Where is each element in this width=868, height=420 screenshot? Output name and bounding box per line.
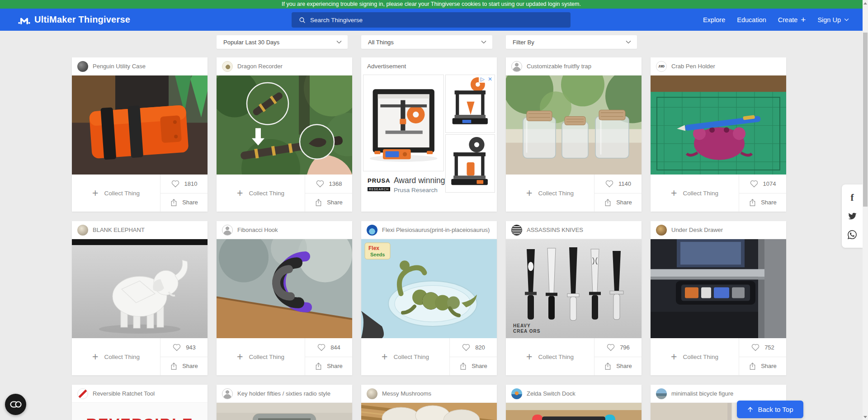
like-button[interactable]: 1074 [739,175,786,193]
category-dropdown[interactable]: All Things [361,35,492,49]
chevron-down-icon [626,40,631,44]
ad-printer-image-large[interactable] [363,75,444,171]
scroll-down-arrow[interactable] [863,414,868,420]
nav-create[interactable]: Create+ [778,15,806,24]
nav-explore[interactable]: Explore [703,16,725,24]
search-box[interactable] [292,12,571,28]
collect-label: Collect Thing [538,190,574,197]
creator-avatar[interactable] [77,388,88,399]
thing-image[interactable] [506,76,642,175]
scrollbar-thumb[interactable] [863,33,868,207]
like-button[interactable]: 1368 [305,175,352,193]
thing-title[interactable]: Reversible Ratchet Tool [93,390,155,397]
share-button[interactable]: Share [450,357,497,376]
thing-title[interactable]: Customizable fruitfly trap [527,63,591,70]
thing-title[interactable]: Dragon Recorder [237,63,283,70]
creator-avatar[interactable] [511,225,522,236]
prusa-research-logo[interactable]: PRUSA RESEARCH [368,177,388,192]
thing-title[interactable]: Flexi Plesiosaurus(print-in-placeiosauru… [382,227,490,233]
creator-avatar[interactable] [367,225,377,236]
whatsapp-icon[interactable] [848,230,857,239]
plus-icon: + [801,15,806,24]
thing-title[interactable]: Messy Mushrooms [382,390,431,397]
thing-image[interactable] [651,239,786,338]
thing-title[interactable]: Fibonacci Hook [237,227,278,233]
creator-avatar[interactable] [367,388,377,399]
facebook-icon[interactable]: f [851,193,854,203]
collect-thing-button[interactable]: + Collect Thing [72,175,160,212]
filter-dropdown[interactable]: Filter By [506,35,637,49]
like-button[interactable]: 820 [450,338,497,357]
cookie-settings-button[interactable] [5,394,26,415]
nav-education[interactable]: Education [737,16,766,24]
collect-thing-button[interactable]: + Collect Thing [72,338,160,375]
thing-title[interactable]: Crab Pen Holder [671,63,715,70]
thing-title[interactable]: Under Desk Drawer [671,227,723,233]
creator-avatar[interactable] [511,61,522,72]
scrollbar[interactable] [863,0,868,420]
thing-title[interactable]: Zelda Switch Dock [527,390,576,397]
thing-image[interactable] [217,403,352,420]
like-button[interactable]: 752 [739,338,786,357]
share-button[interactable]: Share [594,193,642,212]
advertisement-creative[interactable]: ▷ ✕ [363,75,495,171]
thing-image[interactable] [217,239,352,338]
share-button[interactable]: Share [160,193,208,212]
like-button[interactable]: 1140 [594,175,642,193]
thing-title[interactable]: BLANK ELEPHANT [93,227,145,233]
thing-card: Reversible Ratchet Tool REVERSIBLE + Col… [72,385,208,420]
thing-image[interactable] [217,76,352,175]
thing-title[interactable]: minimalist bicycle figure [671,390,733,397]
thing-title[interactable]: Penguin Utility Case [93,63,146,70]
share-button[interactable]: Share [739,357,786,376]
brand-logo[interactable]: UltiMaker Thingiverse [18,9,130,31]
thing-image[interactable] [506,403,642,420]
creator-avatar[interactable] [222,388,233,399]
search-input[interactable] [310,17,564,24]
thing-image[interactable] [651,76,786,175]
thing-title[interactable]: Key holder fifties / sixties radio style [237,390,330,397]
adchoices-icon[interactable]: ▷ [481,76,485,82]
collect-thing-button[interactable]: + Collect Thing [651,338,739,375]
share-button[interactable]: Share [305,357,352,376]
creator-avatar[interactable] [77,61,88,72]
collect-thing-button[interactable]: + Collect Thing [651,175,739,212]
thing-image[interactable] [72,76,208,175]
creator-avatar[interactable] [222,61,233,72]
nav-signup[interactable]: Sign Up [817,16,849,24]
thing-image[interactable]: FlexSeeds [361,239,497,338]
ad-printer-image-top[interactable] [445,75,495,133]
back-to-top-button[interactable]: Back to Top [737,401,803,418]
like-button[interactable]: 943 [160,338,208,357]
creator-avatar[interactable] [222,225,233,236]
thing-image[interactable] [361,403,497,420]
creator-avatar[interactable]: J3D [656,61,667,72]
creator-avatar[interactable] [656,225,667,236]
collect-thing-button[interactable]: + Collect Thing [217,175,305,212]
collect-thing-button[interactable]: + Collect Thing [361,338,450,375]
ad-printer-image-bottom[interactable] [445,134,495,193]
sort-dropdown[interactable]: Popular Last 30 Days [217,35,348,49]
thing-image[interactable]: REVERSIBLE [72,403,208,420]
creator-avatar[interactable] [77,225,88,236]
ad-close-icon[interactable]: ✕ [488,76,492,82]
collect-thing-button[interactable]: + Collect Thing [217,338,305,375]
collect-thing-button[interactable]: + Collect Thing [506,338,594,375]
share-button[interactable]: Share [160,357,208,376]
search-icon [299,17,306,24]
like-button[interactable]: 796 [594,338,642,357]
thing-image[interactable] [72,239,208,338]
thing-title[interactable]: ASSASSINS KNIVES [527,227,583,233]
share-button[interactable]: Share [594,357,642,376]
collect-thing-button[interactable]: + Collect Thing [506,175,594,212]
like-count: 844 [330,344,340,351]
thing-image[interactable]: HEAVYCREA ORS [506,239,642,338]
like-button[interactable]: 844 [305,338,352,357]
share-button[interactable]: Share [739,193,786,212]
like-button[interactable]: 1810 [160,175,208,193]
twitter-icon[interactable] [848,212,857,220]
share-button[interactable]: Share [305,193,352,212]
creator-avatar[interactable] [656,388,667,399]
scroll-up-arrow[interactable] [863,0,868,6]
creator-avatar[interactable] [511,388,522,399]
